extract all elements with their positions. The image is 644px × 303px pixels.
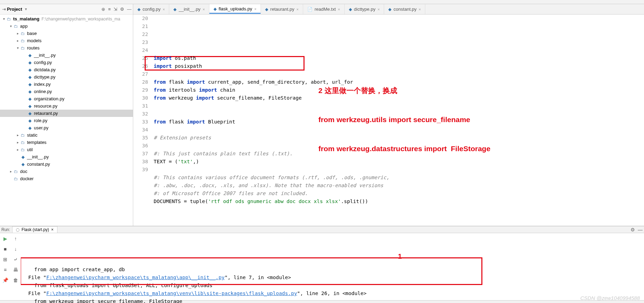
down-button[interactable]: ↓ [12, 246, 19, 252]
tree-folder[interactable]: ▾🗀app [0, 22, 133, 30]
close-icon[interactable]: × [51, 227, 54, 232]
console-output[interactable]: from app import create_app, db File "F:\… [21, 233, 644, 303]
tree-file[interactable]: ◆resource.py [0, 102, 133, 110]
editor-tab[interactable]: ◆dicttype.py× [345, 4, 384, 14]
code-body[interactable]: 2 这里做一个替换，换成 from werkzeug.utils import … [152, 15, 644, 226]
code-line[interactable]: #: This contains various office document… [152, 174, 644, 182]
folder-icon: 🗀 [20, 132, 26, 138]
tree-folder[interactable]: ▾🗀routes [0, 44, 133, 52]
wrap-button[interactable]: ⤶ [12, 256, 19, 263]
code-line[interactable] [152, 46, 644, 54]
code-line[interactable] [152, 166, 644, 174]
toggle-icon[interactable]: ▸ [15, 133, 20, 137]
close-icon[interactable]: × [419, 7, 421, 11]
gear-icon[interactable]: ⚙ [120, 7, 124, 12]
toggle-icon[interactable]: ▸ [15, 140, 20, 144]
code-line[interactable]: import posixpath [152, 62, 644, 70]
code-line[interactable] [152, 142, 644, 150]
toggle-icon[interactable]: ▾ [15, 46, 20, 50]
filter-button[interactable]: ≡ [2, 266, 9, 273]
dropdown-icon[interactable]: ▼ [24, 7, 28, 11]
toggle-icon[interactable]: ▸ [8, 169, 13, 173]
editor-tab[interactable]: ◆__init__.py× [169, 4, 209, 14]
up-button[interactable]: ↑ [12, 235, 19, 242]
close-icon[interactable]: × [163, 7, 165, 11]
tree-folder[interactable]: ▸🗀templates [0, 139, 133, 146]
code-line[interactable] [152, 110, 644, 118]
code-line[interactable]: from itertools import chain [152, 86, 644, 94]
tree-folder[interactable]: ▸🗀doc [0, 168, 133, 175]
hide-icon[interactable]: — [638, 227, 643, 232]
toggle-icon[interactable]: ▸ [15, 39, 20, 43]
panel-arrow-icon[interactable]: ⇥ [1, 7, 6, 12]
code-line[interactable]: # Extension presets [152, 134, 644, 142]
editor-tab[interactable]: 📄readMe.txt× [303, 4, 345, 14]
code-line[interactable]: from flask import current_app, send_from… [152, 78, 644, 86]
tree-file[interactable]: ◆dictdata.py [0, 66, 133, 73]
tree-file[interactable]: ◆constant.py [0, 160, 133, 168]
run-tab[interactable]: ◌ Flask (start.py) × [12, 226, 57, 233]
tree-label: role.py [34, 118, 47, 123]
tree-folder[interactable]: ▾🗀ts_malatangF:\zhangenwei\pycharm_works… [0, 15, 133, 22]
editor-tab[interactable]: ◆config.py× [133, 4, 169, 14]
expand-icon[interactable]: ⇲ [114, 7, 117, 12]
tree-folder[interactable]: ▸🗀util [0, 146, 133, 153]
folder-icon: 🗀 [13, 169, 19, 174]
toggle-icon[interactable]: ▾ [1, 17, 6, 21]
tree-folder[interactable]: ▸🗀models [0, 37, 133, 44]
close-icon[interactable]: × [378, 7, 380, 11]
tree-folder[interactable]: ▸🗀base [0, 30, 133, 37]
console-line: from werkzeug import secure_filename, Fi… [21, 297, 644, 303]
tree-file[interactable]: ◆__init__.py [0, 52, 133, 59]
python-icon: ◆ [27, 74, 33, 80]
code-line[interactable]: from flask import Blueprint [152, 118, 644, 126]
editor-tab[interactable]: ◆flask_uploads.py× [209, 4, 261, 14]
hide-icon[interactable]: — [127, 7, 131, 12]
run-button[interactable]: ▶ [2, 235, 9, 242]
code-line[interactable]: import os.path [152, 54, 644, 62]
close-icon[interactable]: × [338, 7, 340, 11]
code-line[interactable]: #: .abw, .doc, .docx, .xls, and .xlsx). … [152, 182, 644, 190]
stop-button[interactable]: ■ [2, 246, 9, 252]
tree-file[interactable]: ◆retaurant.py [0, 110, 133, 117]
code-line[interactable] [152, 126, 644, 134]
pin-button[interactable]: 📌 [2, 277, 9, 284]
file-link[interactable]: F:\zhangenwei\pycharm_workspace\ts_malat… [46, 291, 297, 296]
toggle-icon[interactable]: ▾ [8, 24, 13, 28]
code-line[interactable]: from werkzeug import secure_filename, Fi… [152, 94, 644, 102]
editor-tab[interactable]: ◆constant.py× [384, 4, 425, 14]
tab-label: flask_uploads.py [219, 6, 252, 11]
collapse-icon[interactable]: ≡ [108, 7, 111, 12]
close-icon[interactable]: × [296, 7, 298, 11]
toggle-icon[interactable]: ▸ [15, 148, 20, 152]
code-line[interactable]: #: of Microsoft Office 2007 files are no… [152, 190, 644, 198]
spinner-icon: ◌ [16, 227, 19, 232]
project-title[interactable]: Project [7, 7, 22, 12]
tree-file[interactable]: ◆user.py [0, 124, 133, 131]
tree-file[interactable]: ◆role.py [0, 117, 133, 124]
code-line[interactable] [152, 70, 644, 78]
code-line[interactable]: DOCUMENTS = tuple('rtf odf ods gnumeric … [152, 198, 644, 205]
gear-icon[interactable]: ⚙ [631, 227, 635, 232]
trash-button[interactable]: 🗑 [12, 277, 19, 284]
close-icon[interactable]: × [254, 7, 256, 11]
tree-file[interactable]: ◆online.py [0, 88, 133, 95]
tree-folder[interactable]: ▸🗀static [0, 131, 133, 139]
editor-tab[interactable]: ◆retaurant.py× [261, 4, 303, 14]
tree-file[interactable]: ◆__init__.py [0, 153, 133, 160]
tree-file[interactable]: ◆index.py [0, 81, 133, 88]
close-icon[interactable]: × [202, 7, 205, 11]
tree-file[interactable]: ◆dicttype.py [0, 73, 133, 81]
code-area[interactable]: 2021222324252627282930313233343536373839… [133, 15, 644, 226]
code-line[interactable]: TEXT = ('txt',) [152, 158, 644, 166]
print-button[interactable]: 🖶 [12, 266, 19, 273]
layout-button[interactable]: ⊞ [2, 256, 9, 263]
code-line[interactable]: #: This just contains plain text files (… [152, 150, 644, 158]
target-icon[interactable]: ⊕ [101, 7, 105, 12]
code-line[interactable] [152, 102, 644, 110]
toggle-icon[interactable]: ▸ [15, 31, 20, 35]
file-link[interactable]: F:\zhangenwei\pycharm_workspace\ts_malat… [46, 275, 225, 280]
tree-file[interactable]: ◆config.py [0, 59, 133, 66]
tree-folder[interactable]: 🗀docker [0, 175, 133, 182]
tree-file[interactable]: ◆organization.py [0, 95, 133, 102]
